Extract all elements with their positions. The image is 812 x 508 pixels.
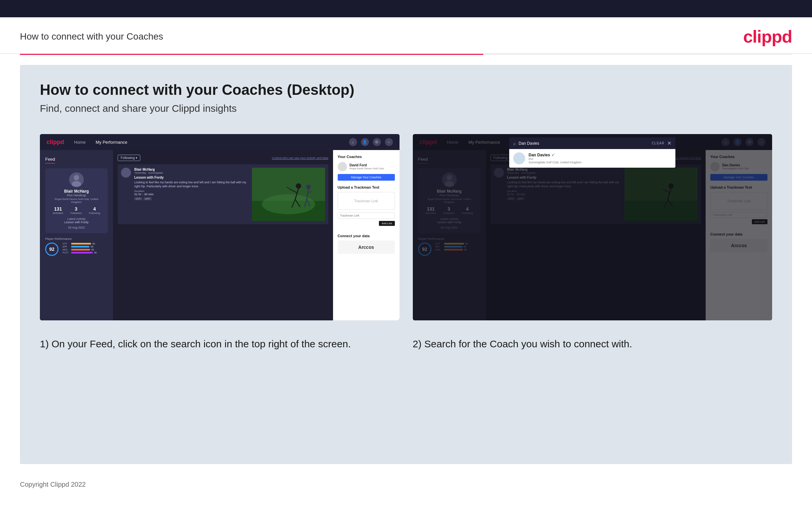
caption-1: 1) On your Feed, click on the search ico… [40,337,399,351]
following-button[interactable]: Following ▾ [118,155,140,161]
post-author-name: Blair McHarg [134,168,249,171]
manage-coaches-button[interactable]: Manage Your Coaches [338,174,395,181]
tags-row: OTT APP [134,197,249,200]
clear-button[interactable]: CLEAR [652,141,664,145]
arccos-box: Arccos [338,241,395,254]
nav-icons: ⌕ 👤 ⚙ ○ [349,138,393,146]
profile-avatar [69,172,84,187]
mock-main-panel-1: Following ▾ Control who can see your act… [113,150,333,321]
result-info: Dan Davies ✔ Pro Sunningdale Golf Club, … [528,153,581,164]
coach-item-1: David Ford Royal North Devon Golf Club [338,162,395,171]
latest-activity-label: Latest Activity [49,217,104,220]
coaches-title-1: Your Coaches [338,155,395,159]
post-content: Blair McHarg Yesterday · Sunningdale Les… [134,168,249,221]
verified-icon: ✔ [552,153,555,157]
feed-tab[interactable]: Feed [45,155,55,164]
mock-nav-logo: clippd [47,139,64,146]
copyright-text: Copyright Clippd 2022 [20,481,86,488]
bar-app: APP 85 [62,246,108,248]
coach-club-1: Royal North Devon Golf Club [350,167,384,170]
screenshots-row: clippd Home My Performance ⌕ 👤 ⚙ ○ Feed [40,134,772,321]
captions-row: 1) On your Feed, click on the search ico… [40,337,772,351]
score-circle: 92 [45,243,58,256]
mock-app-1: clippd Home My Performance ⌕ 👤 ⚙ ○ Feed [40,134,399,321]
stat-following: 4 Following [89,206,100,215]
mock-left-panel-1: Feed Blair McHarg Plus Handicap Royal No… [40,150,113,321]
result-role: Pro [528,157,581,161]
latest-activity-name: Lesson with Fordy [49,220,104,224]
search-icon-overlay: ⌕ [513,141,516,146]
connect-title: Connect your data [338,234,395,238]
post-title: Lesson with Fordy [134,176,249,179]
bar-ott: OTT 90 [62,243,108,245]
duration-row: Duration [134,189,249,193]
search-input-row: ⌕ Dan Davies CLEAR ✕ [509,137,675,149]
profile-club: Royal North Devon Golf Club, United King… [49,198,104,204]
result-name: Dan Davies [528,153,550,157]
bar-putt: PUTT 96 [62,252,108,254]
main-content: How to connect with your Coaches (Deskto… [20,65,792,464]
result-club: Sunningdale Golf Club, United Kingdom [528,161,581,164]
stat-followers: 3 Followers [70,206,82,215]
screenshot-1: clippd Home My Performance ⌕ 👤 ⚙ ○ Feed [40,134,399,321]
bar-arg: ARG 86 [62,249,108,251]
svg-point-1 [72,181,81,187]
tag-ott: OTT [134,197,142,200]
stat-activities: 131 Activities [53,206,63,215]
svg-point-5 [296,183,301,188]
caption-2: 2) Search for the Coach you wish to conn… [413,337,772,351]
post-sub: Yesterday · Sunningdale [134,171,249,174]
post-text: Looking to feel like my hands are exitin… [134,181,249,188]
mock-app-body-1: Feed Blair McHarg Plus Handicap Royal No… [40,150,399,321]
add-link-button[interactable]: Add Link [379,221,394,226]
close-search-button[interactable]: ✕ [667,140,671,146]
search-bar: ⌕ Dan Davies CLEAR ✕ Dan Davies ✔ Pro Su… [509,137,675,168]
mock-right-panel-1: Your Coaches David Ford Royal North Devo… [333,150,399,321]
perf-title: Player Performance [45,237,108,241]
profile-name: Blair McHarg [49,189,104,194]
bar-rows: OTT 90 APP 85 [62,243,108,254]
main-title: How to connect with your Coaches (Deskto… [40,82,772,98]
stats-row: 131 Activities 3 Followers 4 Following [49,206,104,215]
coach-name-1: David Ford [350,163,384,167]
svg-point-0 [74,175,79,180]
result-avatar [513,153,525,164]
screenshot-2: clippd Home My Performance ⌕ 👤 ⚙ ○ Feed [413,134,772,321]
search-result-item[interactable]: Dan Davies ✔ Pro Sunningdale Golf Club, … [509,149,675,168]
header-divider [20,54,792,55]
header: How to connect with your Coaches clippd [0,17,812,54]
settings-icon[interactable]: ⚙ [373,138,381,146]
performance-section: Player Performance 92 OTT 90 [45,237,108,256]
svg-point-11 [306,185,311,189]
footer: Copyright Clippd 2022 [0,474,812,495]
control-link[interactable]: Control who can see your activity and da… [272,156,328,160]
profile-card: Blair McHarg Plus Handicap Royal North D… [45,168,108,233]
avatar-icon[interactable]: ○ [385,138,393,146]
coach-avatar-1 [338,162,347,171]
following-row: Following ▾ Control who can see your act… [118,155,328,161]
header-title: How to connect with your Coaches [20,31,163,42]
search-icon[interactable]: ⌕ [349,138,357,146]
clippd-logo: clippd [743,27,792,47]
tag-app: APP [144,197,152,200]
post-duration: 01 hr : 30 min [134,193,249,196]
post-card: Blair McHarg Yesterday · Sunningdale Les… [118,164,328,224]
upload-title: Upload a Trackman Test [338,185,395,189]
activity-date: 03 Aug 2022 [49,226,104,229]
main-subtitle: Find, connect and share your Clippd insi… [40,103,772,114]
profile-handicap: Plus Handicap [49,194,104,197]
post-image [252,168,325,221]
post-author-avatar [121,168,131,178]
top-bar [0,0,812,17]
mock-nav-home: Home [74,140,86,145]
user-icon[interactable]: 👤 [361,138,369,146]
trackman-input[interactable] [338,212,395,219]
coach-info-1: David Ford Royal North Devon Golf Club [350,163,384,170]
mock-nav-1: clippd Home My Performance ⌕ 👤 ⚙ ○ [40,134,399,150]
trackman-placeholder: Trackman Link [338,192,395,210]
mock-nav-performance: My Performance [96,140,127,145]
search-query-text[interactable]: Dan Davies [519,141,649,146]
